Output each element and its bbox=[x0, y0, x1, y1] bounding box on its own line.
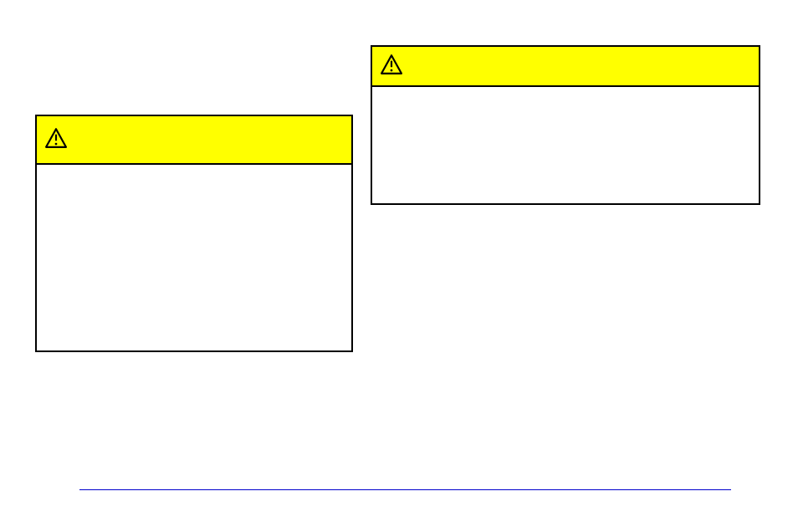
svg-point-1 bbox=[55, 143, 58, 146]
warning-triangle-icon bbox=[381, 54, 402, 78]
caution-body bbox=[372, 87, 759, 205]
caution-header bbox=[372, 47, 759, 87]
caution-header bbox=[37, 116, 351, 165]
caution-box bbox=[371, 45, 760, 205]
caution-body bbox=[37, 165, 351, 352]
footer-divider bbox=[79, 489, 731, 490]
caution-box bbox=[35, 115, 353, 352]
warning-triangle-icon bbox=[45, 128, 67, 151]
svg-point-3 bbox=[391, 69, 393, 72]
